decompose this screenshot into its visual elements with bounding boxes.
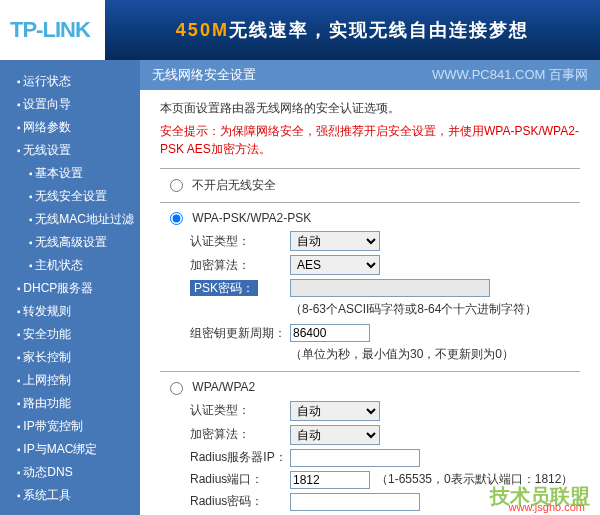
slogan-highlight: 450M (176, 20, 229, 40)
auth2-select[interactable]: 自动 (290, 401, 380, 421)
auth-select[interactable]: 自动 (290, 231, 380, 251)
sidebar-item-status[interactable]: 运行状态 (5, 70, 135, 93)
sidebar-sub-macfilter[interactable]: 无线MAC地址过滤 (5, 208, 135, 231)
divider (160, 371, 580, 372)
enc-label: 加密算法： (190, 257, 290, 274)
content: 无线网络安全设置 WWW.PC841.COM 百事网 本页面设置路由器无线网络的… (140, 60, 600, 515)
radio-none-row: 不开启无线安全 (160, 177, 580, 194)
sidebar-item-network[interactable]: 网络参数 (5, 116, 135, 139)
auth-label: 认证类型： (190, 233, 290, 250)
radio-wpapsk[interactable] (170, 212, 183, 225)
enc2-select[interactable]: 自动 (290, 425, 380, 445)
auth2-label: 认证类型： (190, 402, 290, 419)
sidebar-item-wizard[interactable]: 设置向导 (5, 93, 135, 116)
sidebar-item-qos[interactable]: IP带宽控制 (5, 415, 135, 438)
rekey-row: 组密钥更新周期： (160, 324, 580, 342)
rekey-input[interactable] (290, 324, 370, 342)
slogan-rest: 无线速率，实现无线自由连接梦想 (229, 20, 529, 40)
radio-none[interactable] (170, 179, 183, 192)
panel-title: 无线网络安全设置 (152, 66, 256, 84)
sidebar-item-system[interactable]: 系统工具 (5, 484, 135, 507)
psk-input[interactable] (290, 279, 490, 297)
radius-ip-row: Radius服务器IP： (160, 449, 580, 467)
sidebar-item-ddns[interactable]: 动态DNS (5, 461, 135, 484)
header: TP-LINK 450M无线速率，实现无线自由连接梦想 (0, 0, 600, 60)
rekey-hint: （单位为秒，最小值为30，不更新则为0） (160, 346, 580, 363)
psk-hint: （8-63个ASCII码字符或8-64个十六进制字符） (160, 301, 580, 318)
enc-row: 加密算法： AES (160, 255, 580, 275)
radio-wpa-label: WPA/WPA2 (192, 380, 255, 394)
radio-wpa[interactable] (170, 382, 183, 395)
sidebar: 运行状态 设置向导 网络参数 无线设置 基本设置 无线安全设置 无线MAC地址过… (0, 60, 140, 515)
panel-desc: 本页面设置路由器无线网络的安全认证选项。 (160, 100, 580, 117)
sidebar-sub-hoststatus[interactable]: 主机状态 (5, 254, 135, 277)
sidebar-item-parental[interactable]: 家长控制 (5, 346, 135, 369)
rekey-label: 组密钥更新周期： (190, 325, 290, 342)
panel-body: 本页面设置路由器无线网络的安全认证选项。 安全提示：为保障网络安全，强烈推荐开启… (140, 90, 600, 515)
divider (160, 202, 580, 203)
sidebar-item-ipmac[interactable]: IP与MAC绑定 (5, 438, 135, 461)
radius-port-label: Radius端口： (190, 471, 290, 488)
radius-port-input[interactable] (290, 471, 370, 489)
enc2-row: 加密算法： 自动 (160, 425, 580, 445)
radius-pwd-input[interactable] (290, 493, 420, 511)
radio-wpapsk-label: WPA-PSK/WPA2-PSK (192, 211, 311, 225)
sidebar-item-access[interactable]: 上网控制 (5, 369, 135, 392)
sidebar-item-dhcp[interactable]: DHCP服务器 (5, 277, 135, 300)
sidebar-item-forward[interactable]: 转发规则 (5, 300, 135, 323)
enc2-label: 加密算法： (190, 426, 290, 443)
radius-port-row: Radius端口： （1-65535，0表示默认端口：1812） (160, 471, 580, 489)
panel-title-bar: 无线网络安全设置 WWW.PC841.COM 百事网 (140, 60, 600, 90)
sidebar-item-routing[interactable]: 路由功能 (5, 392, 135, 415)
sidebar-sub-security[interactable]: 无线安全设置 (5, 185, 135, 208)
radius-ip-label: Radius服务器IP： (190, 449, 290, 466)
panel-warning: 安全提示：为保障网络安全，强烈推荐开启安全设置，并使用WPA-PSK/WPA2-… (160, 122, 580, 158)
auth2-row: 认证类型： 自动 (160, 401, 580, 421)
panel-watermark: WWW.PC841.COM 百事网 (432, 66, 588, 84)
sidebar-item-security[interactable]: 安全功能 (5, 323, 135, 346)
sidebar-sub-basic[interactable]: 基本设置 (5, 162, 135, 185)
radius-pwd-row: Radius密码： (160, 493, 580, 511)
enc-select[interactable]: AES (290, 255, 380, 275)
radio-wpa-row: WPA/WPA2 (160, 380, 580, 394)
sidebar-sub-advanced[interactable]: 无线高级设置 (5, 231, 135, 254)
sidebar-item-wireless[interactable]: 无线设置 (5, 139, 135, 162)
main: 运行状态 设置向导 网络参数 无线设置 基本设置 无线安全设置 无线MAC地址过… (0, 60, 600, 515)
psk-row: PSK密码： (160, 279, 580, 297)
auth-row: 认证类型： 自动 (160, 231, 580, 251)
radio-wpapsk-row: WPA-PSK/WPA2-PSK (160, 211, 580, 225)
radius-ip-input[interactable] (290, 449, 420, 467)
radius-pwd-label: Radius密码： (190, 493, 290, 510)
divider (160, 168, 580, 169)
psk-label: PSK密码： (190, 280, 290, 297)
radio-none-label: 不开启无线安全 (192, 178, 276, 192)
slogan: 450M无线速率，实现无线自由连接梦想 (105, 18, 600, 42)
radius-port-hint: （1-65535，0表示默认端口：1812） (376, 471, 573, 488)
logo: TP-LINK (0, 0, 105, 60)
